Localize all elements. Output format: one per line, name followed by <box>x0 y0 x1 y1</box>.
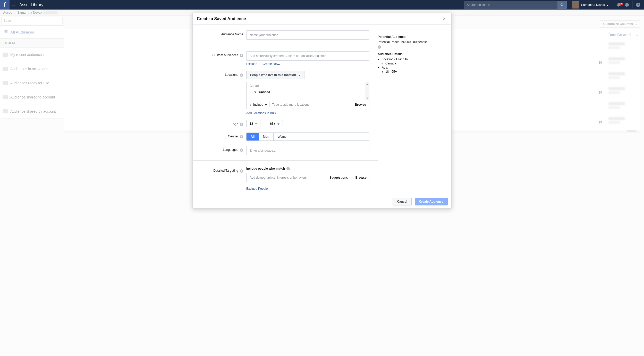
detail-age-label: Age: <box>382 66 442 69</box>
chevron-down-icon <box>255 122 257 125</box>
detail-location-label: Location - Living In: <box>382 57 442 61</box>
info-icon[interactable]: i <box>240 54 243 57</box>
detail-age-value: 18 - 65+ <box>385 70 442 73</box>
info-icon[interactable]: i <box>240 169 243 173</box>
help-button[interactable] <box>635 2 641 7</box>
location-filter-dropdown[interactable]: People who live in this location <box>246 71 304 79</box>
chevron-down-icon <box>265 103 267 106</box>
gender-women[interactable]: Women <box>274 133 292 140</box>
label-languages: Languages <box>223 148 238 152</box>
info-icon[interactable]: i <box>240 123 243 126</box>
settings-button[interactable] <box>624 2 630 7</box>
add-location-input[interactable] <box>270 100 352 109</box>
chevron-down-icon <box>277 122 279 125</box>
custom-audiences-input[interactable]: Add a previously created Custom or Looka… <box>246 51 369 61</box>
label-detailed-targeting: Detailed Targeting <box>213 169 238 172</box>
audience-name-input[interactable] <box>246 30 369 40</box>
locations-list: Canada Canada ▲▼ <box>247 82 369 100</box>
audience-details-title: Audience Details: <box>378 52 442 56</box>
create-audience-button[interactable]: Create Audience <box>415 198 448 205</box>
detail-location-value: Canada <box>385 62 442 65</box>
bulk-locations-link[interactable]: Add Locations in Bulk <box>246 111 276 115</box>
notifications-button[interactable]: 2 <box>615 2 622 7</box>
vert-scrollbar[interactable]: ▲▼ <box>365 82 369 100</box>
label-age: Age <box>233 122 238 126</box>
hamburger-icon <box>12 3 16 7</box>
location-hint: Canada <box>250 84 260 88</box>
global-search-button[interactable] <box>557 1 567 9</box>
create-new-link[interactable]: Create New <box>263 62 281 66</box>
pin-icon <box>254 90 257 94</box>
global-search-input[interactable] <box>464 1 557 9</box>
info-icon[interactable]: i <box>240 148 243 152</box>
hamburger-menu[interactable] <box>10 3 18 7</box>
chevron-down-icon <box>606 3 608 7</box>
info-icon[interactable]: i <box>240 73 243 77</box>
search-icon <box>560 3 564 7</box>
label-custom-audiences: Custom Audiences <box>213 53 238 57</box>
potential-title: Potential Audience: <box>378 35 442 39</box>
detailed-heading: Include people who match <box>246 167 285 170</box>
global-search <box>464 1 567 9</box>
help-icon <box>635 2 641 7</box>
exclude-link[interactable]: Exclude <box>246 62 257 66</box>
top-nav: f Asset Library Samantha Novak 2 <box>0 0 644 10</box>
modal-scroll[interactable]: Audience Name Custom Audiences i Add a p… <box>193 25 451 195</box>
gender-segmented: All Men Women <box>246 133 369 141</box>
notif-badge: 2 <box>620 3 623 5</box>
potential-audience-panel: Potential Audience: Potential Reach: 24,… <box>378 30 445 195</box>
avatar <box>572 1 579 9</box>
locations-box: Canada Canada ▲▼ <box>246 82 369 109</box>
selected-location[interactable]: Canada <box>254 90 270 94</box>
close-button[interactable] <box>442 16 447 22</box>
info-icon[interactable]: i <box>378 45 381 49</box>
age-min-dropdown[interactable]: 18 <box>246 120 260 127</box>
potential-reach: Potential Reach: 24,000,000 people <box>378 40 442 44</box>
browse-detailed-button[interactable]: Browse <box>353 176 369 179</box>
facebook-logo[interactable]: f <box>0 0 10 10</box>
age-separator: - <box>263 122 264 126</box>
label-gender: Gender <box>228 135 238 138</box>
info-icon[interactable]: i <box>240 135 243 138</box>
info-icon[interactable]: i <box>286 167 290 170</box>
chevron-down-icon <box>279 63 281 65</box>
detailed-targeting-input[interactable] <box>247 173 325 182</box>
user-menu[interactable]: Samantha Novak <box>572 1 608 9</box>
gear-icon <box>624 2 630 7</box>
suggestions-button[interactable]: Suggestions <box>327 176 351 179</box>
create-saved-audience-modal: Create a Saved Audience Audience Name <box>192 13 452 209</box>
cancel-button[interactable]: Cancel <box>393 198 411 205</box>
app-title: Asset Library <box>19 3 43 7</box>
pin-icon <box>249 103 252 106</box>
browse-locations-button[interactable]: Browse <box>352 103 369 106</box>
age-max-dropdown[interactable]: 65+ <box>267 120 283 127</box>
label-audience-name: Audience Name <box>199 30 243 36</box>
include-mode-dropdown[interactable]: Include <box>247 103 269 106</box>
chevron-down-icon <box>299 74 301 77</box>
modal-title: Create a Saved Audience <box>197 16 246 21</box>
gender-all[interactable]: All <box>247 133 259 140</box>
gender-men[interactable]: Men <box>259 133 273 140</box>
label-locations: Locations <box>225 73 238 77</box>
exclude-people-link[interactable]: Exclude People <box>246 187 268 191</box>
close-icon <box>442 17 446 21</box>
languages-input[interactable] <box>246 146 369 155</box>
username: Samantha Novak <box>581 3 605 7</box>
